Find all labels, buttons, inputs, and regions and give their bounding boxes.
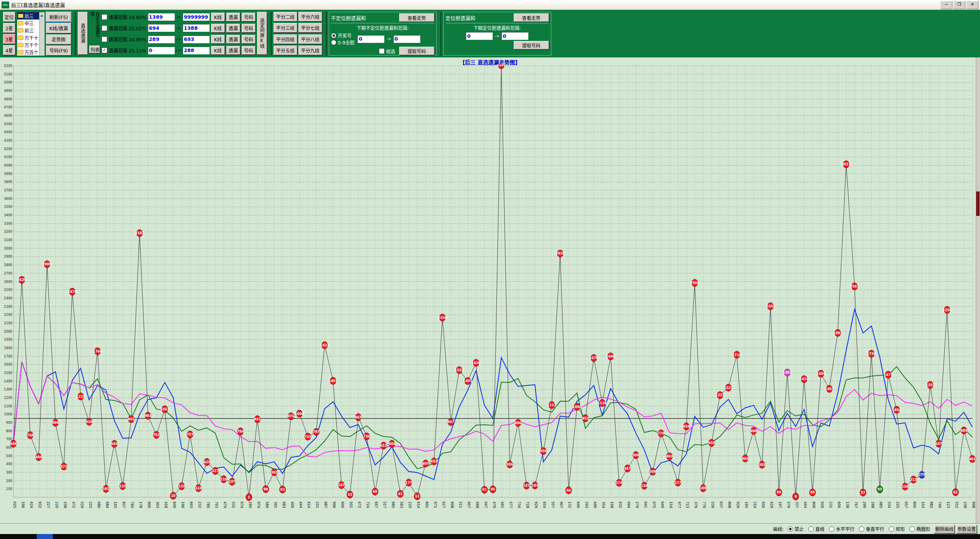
list-scrollbar[interactable] [39, 12, 44, 55]
x-axis-label: 529 [80, 501, 84, 508]
list-item-label: 中三 [25, 20, 34, 26]
draw-option-水平平行[interactable]: 水平平行 [829, 526, 854, 532]
data-point-value: 976 [288, 414, 295, 418]
split-button-平分四组[interactable]: 平分四组 [274, 34, 297, 44]
row-button-遗漏[interactable]: 遗漏 [226, 24, 240, 33]
scroll-up-icon[interactable] [40, 13, 43, 16]
draw-option-垂直平行[interactable]: 垂直平行 [859, 526, 884, 532]
extract-numbers-button-positioned[interactable]: 提取号码 [514, 41, 549, 49]
data-point-value: 942 [128, 417, 135, 421]
radio-icon[interactable] [910, 526, 915, 532]
x-axis-label: 627 [442, 501, 446, 508]
scrollbar-thumb[interactable] [976, 191, 980, 216]
bottom-button-参数设置[interactable]: 参数设置 [956, 525, 977, 533]
sidebar-button-3星[interactable]: 3星 [3, 34, 15, 44]
data-point-value: 2620 [17, 278, 26, 282]
draw-option-椭圆形[interactable]: 椭圆形 [910, 526, 930, 532]
range-to-field[interactable] [183, 24, 210, 32]
row-button-号码[interactable]: 号码 [242, 24, 256, 33]
close-button[interactable]: ✕ [966, 1, 978, 9]
same-screen-kline-button[interactable]: 选定同屏K线 [257, 12, 267, 55]
row-button-号码[interactable]: 号码 [242, 13, 256, 21]
bottom-button-删除画线[interactable]: 删除画线 [934, 525, 955, 533]
data-point-value: 41 [398, 492, 403, 496]
action-button-走势图[interactable]: 走势图 [46, 34, 71, 44]
range-checkbox[interactable] [102, 25, 107, 31]
extract-numbers-button-undetermined[interactable]: 提取号码 [399, 47, 434, 55]
chart-area[interactable]: 【后三 直选遗漏走势图】 100200300400500600700800900… [0, 57, 980, 523]
sidebar-button-2星[interactable]: 2星 [3, 23, 15, 33]
row-button-遗漏[interactable]: 遗漏 [226, 46, 240, 55]
draw-option-禁止[interactable]: 禁止 [788, 526, 804, 532]
range-from-field[interactable] [148, 13, 175, 21]
draw-line-label: 画线: [773, 526, 784, 532]
row-button-K线[interactable]: K线 [211, 35, 225, 44]
radio-icon[interactable] [331, 33, 336, 38]
data-point-value: 147 [338, 483, 345, 487]
split-button-平分八组[interactable]: 平分八组 [298, 34, 322, 44]
taskbar-item[interactable] [37, 534, 53, 539]
radio-option-0-9全胆[interactable]: 0-9全胆 [331, 39, 355, 46]
undetermined-from-field[interactable] [357, 35, 384, 43]
sidebar-button-4星[interactable]: 4星 [3, 45, 15, 55]
y-axis-label: 3700 [4, 188, 12, 192]
positioned-to-field[interactable] [501, 32, 528, 40]
radio-option-开奖号[interactable]: 开奖号 [331, 32, 355, 39]
data-point-value: 622 [380, 444, 387, 448]
x-axis-label: 276 [635, 501, 639, 508]
x-axis-label: 974 [257, 501, 261, 508]
radio-icon[interactable] [889, 526, 894, 532]
action-button-K线/遗漏[interactable]: K线/遗漏 [46, 23, 71, 33]
radio-icon[interactable] [808, 526, 814, 532]
trend-chart-svg[interactable]: 1002003004005006007008009001000110012001… [0, 64, 976, 523]
maximize-button[interactable]: ❐ [953, 1, 965, 9]
sidebar-button-定位[interactable]: 定位 [3, 12, 15, 22]
range-to-field[interactable] [183, 13, 210, 21]
data-point-value: 302 [271, 470, 278, 474]
draw-option-矩形[interactable]: 矩形 [889, 526, 905, 532]
taskbar[interactable] [0, 534, 980, 539]
view-trend-button-positioned[interactable]: 查看走势 [514, 13, 549, 22]
radio-icon[interactable] [788, 526, 793, 532]
row-button-号码[interactable]: 号码 [242, 35, 256, 44]
row-button-遗漏[interactable]: 遗漏 [226, 35, 240, 44]
split-button-平分九组[interactable]: 平分九组 [298, 46, 322, 55]
data-point-value: 4013 [842, 162, 851, 166]
split-button-平分六组[interactable]: 平分六组 [298, 12, 322, 21]
x-axis-label: 926 [820, 501, 824, 508]
positioned-from-field[interactable] [466, 32, 493, 40]
radio-icon[interactable] [859, 526, 864, 532]
right-scrollbar[interactable] [976, 57, 980, 523]
range-checkbox[interactable] [102, 14, 107, 20]
split-button-平分五组[interactable]: 平分五组 [274, 46, 297, 55]
split-button-平分三组[interactable]: 平分三组 [274, 23, 297, 33]
group-select-checkbox[interactable] [379, 48, 385, 54]
range-checkbox[interactable] [102, 36, 107, 42]
split-button-平分二组[interactable]: 平分二组 [274, 12, 297, 21]
range-from-field[interactable] [148, 24, 175, 32]
range-to-field[interactable] [183, 36, 210, 43]
radio-icon[interactable] [829, 526, 834, 532]
action-button-刷新(F5)[interactable]: 刷新(F5) [46, 12, 71, 22]
row-button-遗漏[interactable]: 遗漏 [226, 13, 240, 21]
minimize-button[interactable]: ─ [940, 1, 952, 9]
range-to-field[interactable] [183, 47, 210, 54]
range-checkbox[interactable]: ✓ [102, 47, 107, 53]
row-button-K线[interactable]: K线 [211, 13, 225, 21]
x-axis-label: 932 [38, 501, 42, 508]
x-axis-label: 740 [938, 501, 942, 508]
row-button-K线[interactable]: K线 [211, 24, 225, 33]
row-button-号码[interactable]: 号码 [242, 46, 256, 55]
action-button-号码(F9)[interactable]: 号码(F9) [46, 46, 71, 56]
range-from-field[interactable] [148, 36, 175, 43]
undetermined-to-field[interactable] [393, 35, 420, 43]
radio-icon[interactable] [331, 40, 336, 45]
range-from-field[interactable] [148, 47, 175, 54]
draw-option-直线[interactable]: 直线 [808, 526, 824, 532]
row-button-K线[interactable]: K线 [211, 46, 225, 55]
view-trend-button-undetermined[interactable]: 查看走势 [399, 13, 434, 22]
split-button-平分七组[interactable]: 平分七组 [298, 23, 322, 33]
mode-button[interactable]: 直选遗漏 [78, 12, 88, 55]
category-listbox[interactable]: 后三中三前三万千十万千个万百个 [17, 12, 44, 56]
list-button[interactable]: 列表 [89, 46, 100, 53]
